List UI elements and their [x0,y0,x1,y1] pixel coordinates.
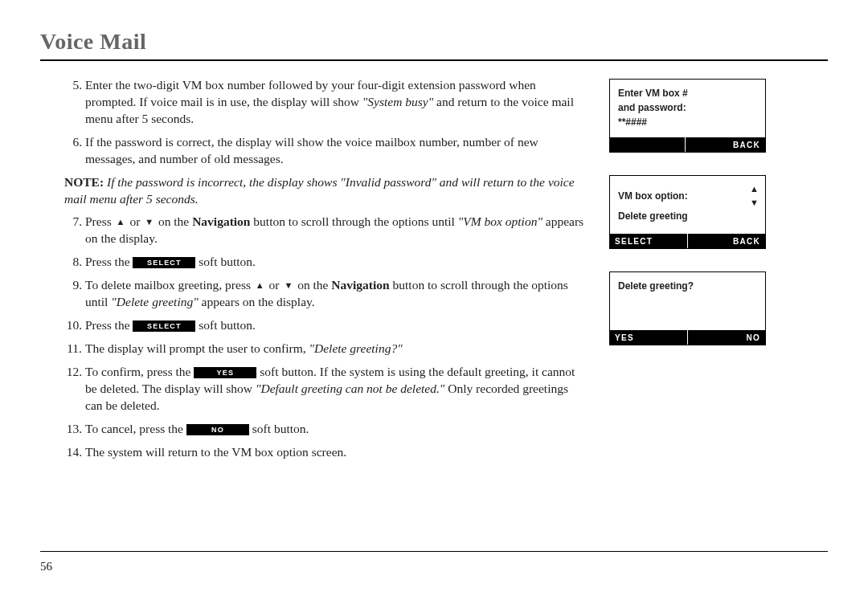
softkey-select: SELECT [610,234,687,248]
step-text: Press the [85,318,133,332]
softkey-no: NO [688,330,765,345]
page-footer: 56 [40,551,828,574]
updown-icon: ▲▼ [750,182,757,209]
step-item: 5.Enter the two-digit VM box number foll… [64,77,587,128]
step-text: soft button. [195,255,256,268]
step-item: 11.The display will prompt the user to c… [64,341,587,357]
inline-softkey-select: SELECT [133,320,195,332]
lcd-screen-enter-vm: Enter VM box # and password: **#### BACK [609,79,766,153]
step-text: button to scroll through the options unt… [250,214,457,228]
step-number: 6. [64,134,82,151]
softkey-yes: YES [610,330,687,345]
step-number: 11. [64,341,82,357]
lcd-line: Enter VM box # [618,86,757,100]
note-label: NOTE: [64,175,107,189]
step-number: 14. [64,444,82,461]
inline-softkey-no: NO [186,424,249,435]
step-text: Navigation [192,214,250,228]
page-title: Voice Mail [40,29,828,61]
step-text: The system will return to the VM box opt… [85,445,346,459]
step-number: 10. [64,317,82,334]
down-arrow-icon: ▼ [143,216,155,228]
screens-column: Enter VM box # and password: **#### BACK… [609,77,774,467]
step-item: 12.To confirm, press the YES soft button… [64,364,587,414]
step-text: To cancel, press the [85,422,186,435]
step-text: "Default greeting can not be deleted." [256,382,444,395]
note-block: NOTE: If the password is incorrect, the … [64,174,587,208]
step-text: "System busy" [362,95,433,108]
step-text: on the [294,278,331,292]
step-item: 10.Press the SELECT soft button. [64,317,587,334]
step-text: Press [85,214,115,228]
softkey-back: BACK [686,137,765,152]
lcd-line: Delete greeting? [618,279,757,293]
softkey-blank [610,137,685,152]
step-number: 5. [64,77,82,94]
step-text: "Delete greeting?" [309,341,403,355]
step-item: 8.Press the SELECT soft button. [64,254,587,271]
step-item: 14.The system will return to the VM box … [64,444,587,461]
page-number: 56 [40,560,52,573]
inline-softkey-select: SELECT [133,257,195,268]
down-arrow-icon: ▼ [282,280,294,292]
step-item: 6.If the password is correct, the displa… [64,134,587,168]
lcd-line: **#### [618,115,757,129]
step-number: 7. [64,214,82,231]
step-text: The display will prompt the user to conf… [85,341,309,355]
step-text: If the password is correct, the display … [85,135,538,165]
step-text: appears on the display. [199,295,315,308]
step-item: 7.Press ▲ or ▼ on the Navigation button … [64,214,587,247]
step-text: To confirm, press the [85,365,194,378]
up-arrow-icon: ▲ [115,216,127,228]
step-item: 9.To delete mailbox greeting, press ▲ or… [64,277,587,311]
step-text: "VM box option" [458,214,542,228]
step-text: or [266,278,283,292]
lcd-screen-delete-confirm: Delete greeting? YES NO [609,271,766,345]
instructions-column: 5.Enter the two-digit VM box number foll… [40,77,587,467]
step-number: 8. [64,254,82,271]
lcd-line: VM box option: [618,189,688,203]
step-number: 13. [64,421,82,438]
step-text: Press the [85,255,133,268]
step-number: 9. [64,277,82,294]
step-text: or [127,214,144,228]
step-text: "Delete greeting" [111,295,198,308]
step-text: soft button. [195,318,256,332]
step-text: To delete mailbox greeting, press [85,278,254,292]
lcd-line: Delete greeting [618,209,757,223]
note-text: If the password is incorrect, the displa… [64,175,575,206]
inline-softkey-yes: YES [194,367,256,378]
step-text: Navigation [331,278,389,292]
lcd-line: and password: [618,100,757,115]
up-arrow-icon: ▲ [254,280,266,292]
step-number: 12. [64,364,82,381]
step-text: on the [155,214,192,228]
step-item: 13.To cancel, press the NO soft button. [64,421,587,438]
softkey-back: BACK [688,234,765,248]
lcd-screen-vm-option: VM box option: ▲▼ Delete greeting SELECT… [609,175,766,249]
step-text: soft button. [249,422,309,435]
